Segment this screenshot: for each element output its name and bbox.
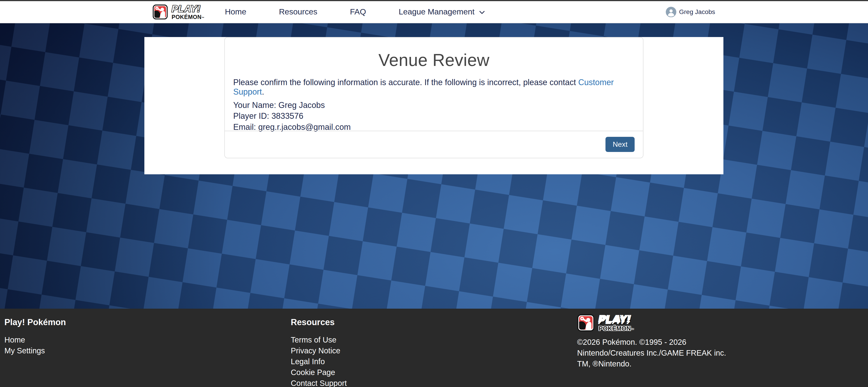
hero-background: Venue Review Please confirm the followin… [0, 23, 868, 309]
nav-item-home[interactable]: Home [225, 7, 246, 17]
footer-col-resources: Resources Terms of Use Privacy Notice Le… [291, 316, 577, 387]
user-name: Greg Jacobs [679, 8, 715, 15]
user-menu[interactable]: Greg Jacobs [666, 7, 715, 18]
brand-pokemon-text: POKÉMON™ [172, 14, 204, 20]
page-footer: Play! Pokémon Home My Settings Resources… [0, 309, 868, 387]
footer-link-my-settings[interactable]: My Settings [4, 345, 291, 356]
footer-heading-play-pokemon: Play! Pokémon [4, 318, 291, 327]
footer-col-play-pokemon: Play! Pokémon Home My Settings [4, 316, 291, 387]
card-body: Venue Review Please confirm the followin… [225, 37, 643, 132]
footer-brand-wordmark: PLAY! POKÉMON™ [599, 314, 634, 332]
footer-play-pokemon-logo-icon [577, 314, 594, 331]
brand-wordmark: PLAY! POKÉMON™ [172, 4, 204, 20]
confirm-text: Please confirm the following information… [233, 78, 634, 97]
footer-heading-resources: Resources [291, 318, 577, 327]
footer-link-legal-info[interactable]: Legal Info [291, 356, 577, 367]
brand-play-text: PLAY! [172, 4, 204, 13]
card-footer: Next [225, 131, 643, 158]
next-button[interactable]: Next [606, 137, 634, 152]
copyright-text: ©2026 Pokémon. ©1995 - 2026 Nintendo/Cre… [577, 337, 739, 369]
footer-link-privacy-notice[interactable]: Privacy Notice [291, 345, 577, 356]
play-pokemon-logo[interactable]: PLAY! POKÉMON™ [153, 4, 205, 20]
footer-link-cookie-page[interactable]: Cookie Page [291, 367, 577, 378]
navbar-inner: PLAY! POKÉMON™ Home Resources FAQ League… [144, 1, 723, 23]
nav-item-league-management[interactable]: League Management [399, 7, 485, 17]
nav-item-resources[interactable]: Resources [279, 7, 317, 17]
venue-review-card: Venue Review Please confirm the followin… [224, 37, 644, 158]
nav-item-faq[interactable]: FAQ [350, 7, 366, 17]
user-avatar-icon [666, 7, 676, 18]
info-player-id: Player ID: 3833576 [233, 110, 634, 122]
footer-link-contact-support[interactable]: Contact Support [291, 378, 577, 387]
chevron-down-icon [479, 7, 485, 17]
footer-col-legal: PLAY! POKÉMON™ ©2026 Pokémon. ©1995 - 20… [577, 316, 864, 387]
play-pokemon-logo-icon [153, 4, 167, 20]
nav-links: Home Resources FAQ League Management [225, 7, 485, 17]
footer-link-home[interactable]: Home [4, 334, 291, 345]
trademark-symbol: ™ [202, 17, 205, 20]
footer-link-terms-of-use[interactable]: Terms of Use [291, 334, 577, 345]
page-title: Venue Review [233, 50, 634, 70]
navbar: PLAY! POKÉMON™ Home Resources FAQ League… [0, 1, 868, 23]
info-your-name: Your Name: Greg Jacobs [233, 100, 634, 110]
content-panel: Venue Review Please confirm the followin… [144, 37, 723, 174]
footer-logo: PLAY! POKÉMON™ [577, 314, 864, 332]
